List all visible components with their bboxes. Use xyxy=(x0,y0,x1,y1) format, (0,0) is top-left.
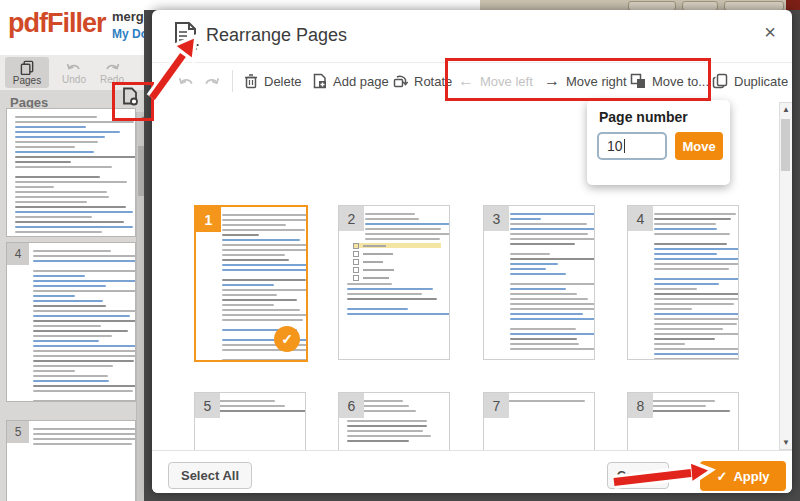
redo-icon xyxy=(104,60,120,74)
delete-button[interactable]: Delete xyxy=(244,62,302,100)
page-number-value: 10 xyxy=(607,138,623,154)
move-to-button[interactable]: Move to... xyxy=(630,62,709,100)
apply-button[interactable]: ✓ Apply xyxy=(700,461,786,491)
sidebar-page-thumbnail-5[interactable]: 5 xyxy=(6,420,136,501)
page-number-badge: 5 xyxy=(7,421,29,443)
selected-check-icon: ✓ xyxy=(274,326,300,352)
page-number-input[interactable]: 10 xyxy=(597,132,667,160)
nav-redo-button[interactable]: Redo xyxy=(90,57,134,88)
pdffiller-logo: pdfFiller xyxy=(8,8,106,39)
page-thumbnail-content xyxy=(628,210,738,360)
page-number-badge: 1 xyxy=(196,207,221,232)
modal-header: Rearrange Pages × xyxy=(152,10,792,63)
duplicate-icon xyxy=(712,73,728,89)
rearrange-pages-button[interactable] xyxy=(117,85,143,111)
pages-icon xyxy=(20,60,35,75)
move-right-button[interactable]: → Move right xyxy=(544,62,627,100)
redo-button[interactable] xyxy=(203,62,220,100)
sidebar-page-thumbnail[interactable] xyxy=(6,108,136,237)
nav-pages-label: Pages xyxy=(13,75,41,86)
select-all-button[interactable]: Select All xyxy=(168,462,252,489)
cancel-button[interactable]: Cancel xyxy=(607,462,669,489)
delete-label: Delete xyxy=(264,74,302,89)
duplicate-button[interactable]: Duplicate xyxy=(712,62,788,100)
close-icon[interactable]: × xyxy=(764,22,776,42)
redo-icon xyxy=(203,74,220,89)
page-thumbnail-content xyxy=(7,243,135,402)
move-right-label: Move right xyxy=(566,74,627,89)
page-number-badge: 7 xyxy=(484,393,509,418)
move-left-button[interactable]: ← Move left xyxy=(458,62,533,100)
page-number-badge: 4 xyxy=(628,206,653,231)
undo-icon xyxy=(178,74,195,89)
page-thumbnail-content xyxy=(7,109,135,237)
arrow-right-icon: → xyxy=(544,73,560,89)
page-number-badge: 2 xyxy=(339,206,364,231)
text-caret xyxy=(624,139,625,153)
page-thumbnail-3[interactable]: 3 xyxy=(483,205,595,360)
page-number-popover: Page number 10 Move xyxy=(587,100,730,185)
scroll-down-icon[interactable]: ▼ xyxy=(782,438,790,447)
move-button[interactable]: Move xyxy=(675,132,723,160)
page-number-badge: 3 xyxy=(484,206,509,231)
page-number-badge: 5 xyxy=(195,393,220,418)
duplicate-label: Duplicate xyxy=(734,74,788,89)
page-thumbnail-content xyxy=(484,210,594,360)
modal-title: Rearrange Pages xyxy=(206,25,347,46)
add-page-button[interactable]: Add page xyxy=(312,62,389,100)
modal-toolbar: Delete Add page Rotate ← Move left xyxy=(152,62,792,101)
gear-icon xyxy=(186,39,199,52)
nav-redo-label: Redo xyxy=(100,74,124,85)
move-to-icon xyxy=(630,73,646,89)
cancel-label: Cancel xyxy=(617,468,660,483)
modal-scrollbar-thumb[interactable] xyxy=(781,119,790,171)
undo-icon xyxy=(66,60,82,74)
scroll-up-icon[interactable]: ▲ xyxy=(782,105,790,114)
select-all-label: Select All xyxy=(181,468,239,483)
check-icon: ✓ xyxy=(716,469,727,484)
rotate-icon xyxy=(392,73,408,89)
trash-icon xyxy=(244,73,258,89)
toolbar-divider xyxy=(232,70,233,92)
move-left-label: Move left xyxy=(480,74,533,89)
rotate-button[interactable]: Rotate xyxy=(392,62,452,100)
page-number-label: Page number xyxy=(599,109,688,125)
arrow-left-icon: ← xyxy=(458,73,474,89)
sidebar-page-thumbnail-4[interactable]: 4 xyxy=(6,242,136,402)
page-thumbnail-1[interactable]: 1✓ xyxy=(194,205,308,362)
page-thumbnail-4[interactable]: 4 xyxy=(627,205,739,360)
background-toolbar xyxy=(480,0,800,10)
move-to-label: Move to... xyxy=(652,74,709,89)
rearrange-pages-modal: Rearrange Pages × Delete xyxy=(152,10,792,493)
page-settings-icon xyxy=(117,85,143,111)
apply-label: Apply xyxy=(733,469,769,484)
add-page-label: Add page xyxy=(333,74,389,89)
nav-undo-label: Undo xyxy=(62,74,86,85)
page-number-badge: 8 xyxy=(628,393,653,418)
rotate-label: Rotate xyxy=(414,74,452,89)
page-number-badge: 4 xyxy=(7,243,29,265)
add-page-icon xyxy=(312,73,327,89)
move-button-label: Move xyxy=(682,139,715,154)
page-number-badge: 6 xyxy=(339,393,364,418)
rearrange-pages-icon xyxy=(168,20,202,54)
page-thumbnail-2[interactable]: 2 xyxy=(338,205,450,360)
modal-footer: Select All Cancel ✓ Apply xyxy=(152,450,792,493)
modal-scrollbar[interactable]: ▲ ▼ xyxy=(779,102,792,450)
nav-pages-button[interactable]: Pages xyxy=(5,57,49,88)
undo-button[interactable] xyxy=(178,62,195,100)
